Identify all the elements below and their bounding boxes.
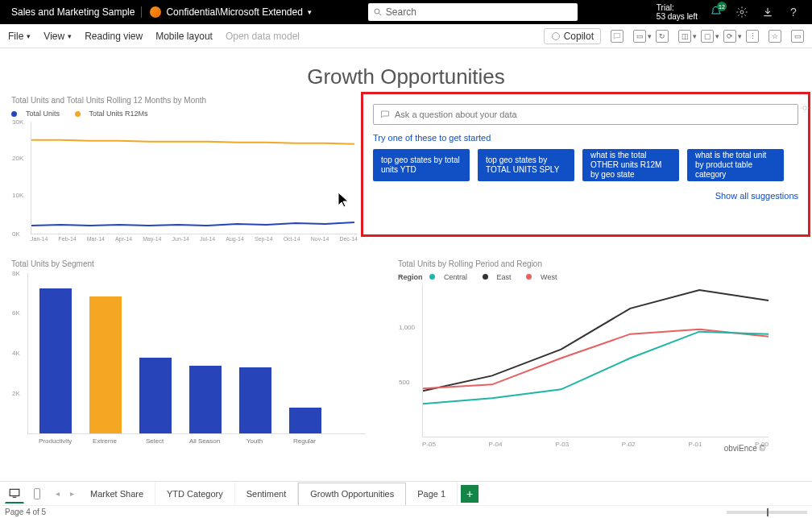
tab-growth-opportunities[interactable]: Growth Opportunities bbox=[298, 483, 406, 505]
mobile-layout-button[interactable]: Mobile layout bbox=[155, 31, 213, 42]
svg-point-0 bbox=[375, 9, 379, 14]
bookmark-icon[interactable]: ◫▾ bbox=[678, 30, 691, 43]
chart3-title: Total Units by Rolling Period and Region bbox=[398, 259, 768, 268]
chart3-legend: Region Central East West bbox=[398, 273, 768, 282]
chart1-legend: Total Units Total Units R12Ms bbox=[11, 110, 358, 118]
sensitivity-scope[interactable]: Confidential\Microsoft Extended ▾ bbox=[142, 6, 319, 18]
svg-point-3 bbox=[552, 32, 559, 39]
qa-suggestion[interactable]: what is the total unit by product table … bbox=[687, 149, 784, 181]
qa-suggestion[interactable]: what is the total OTHER units R12M by ge… bbox=[582, 149, 679, 181]
scope-label: Confidential\Microsoft Extended bbox=[166, 6, 302, 18]
notifications-icon[interactable]: 12 bbox=[709, 5, 723, 19]
report-title: Sales and Marketing Sample bbox=[6, 6, 142, 18]
chart2-plot: 8K 6K 4K 2K bbox=[27, 273, 366, 434]
favorite-icon[interactable]: ☆ bbox=[768, 30, 781, 43]
qa-visual[interactable]: Ask a question about your data Try one o… bbox=[361, 92, 810, 237]
view-icon[interactable]: ▢▾ bbox=[701, 30, 714, 43]
share-icon[interactable]: ⋮ bbox=[746, 30, 759, 43]
qa-settings-icon[interactable] bbox=[799, 102, 810, 114]
tab-page-1[interactable]: Page 1 bbox=[406, 483, 458, 505]
qa-try-label: Try one of these to get started bbox=[373, 133, 798, 143]
app-header: Sales and Marketing Sample Confidential\… bbox=[0, 0, 812, 24]
copilot-button[interactable]: Copilot bbox=[544, 28, 601, 44]
tab-market-share[interactable]: Market Share bbox=[79, 483, 155, 505]
export-icon[interactable]: ▭ bbox=[791, 30, 804, 43]
ribbon-toolbar: File▾ View▾ Reading view Mobile layout O… bbox=[0, 24, 812, 48]
chat-bubble-icon bbox=[380, 110, 390, 119]
help-icon[interactable]: ? bbox=[786, 5, 801, 19]
mobile-layout-icon[interactable] bbox=[27, 484, 47, 503]
chart3-plot: 1,000 500 bbox=[422, 284, 768, 437]
report-canvas: Growth Opportunities Total Units and Tot… bbox=[0, 48, 812, 486]
status-bar: Page 4 of 5 bbox=[0, 505, 812, 518]
open-data-model-button: Open data model bbox=[226, 31, 300, 42]
screen-icon[interactable]: ▭▾ bbox=[633, 30, 646, 43]
svg-line-1 bbox=[379, 14, 381, 16]
chart3-xaxis: P-05P-04P-03P-02P-01P-00 bbox=[422, 441, 768, 448]
search-icon bbox=[373, 7, 383, 17]
tab-sentiment[interactable]: Sentiment bbox=[235, 483, 299, 505]
file-menu[interactable]: File▾ bbox=[8, 31, 31, 42]
search-placeholder: Search bbox=[386, 6, 416, 18]
svg-rect-5 bbox=[10, 489, 19, 495]
chart-total-units-months[interactable]: Total Units and Total Units Rolling 12 M… bbox=[11, 96, 358, 242]
view-menu[interactable]: View▾ bbox=[44, 31, 72, 42]
svg-point-2 bbox=[740, 10, 744, 14]
desktop-layout-icon[interactable] bbox=[5, 484, 24, 503]
search-input[interactable]: Search bbox=[368, 3, 578, 21]
tab-next-icon[interactable]: ▸ bbox=[64, 489, 79, 498]
tab-ytd-category[interactable]: YTD Category bbox=[155, 483, 235, 505]
chart-units-by-region[interactable]: Total Units by Rolling Period and Region… bbox=[398, 259, 768, 449]
chart1-plot: 30K 20K 10K 0K bbox=[31, 122, 358, 234]
chart2-title: Total Units by Segment bbox=[11, 259, 366, 268]
page-title: Growth Opportunities bbox=[11, 64, 801, 89]
qa-suggestion[interactable]: top geo states by TOTAL UNITS SPLY bbox=[478, 149, 574, 181]
chart1-xaxis: Jan-14Feb-14Mar-14Apr-14May-14Jun-14Jul-… bbox=[31, 236, 358, 242]
download-icon[interactable] bbox=[760, 5, 775, 19]
notif-badge: 12 bbox=[717, 2, 727, 11]
qa-placeholder: Ask a question about your data bbox=[395, 110, 517, 119]
reset-icon[interactable]: ↻ bbox=[656, 30, 669, 43]
watermark: obviEnce © bbox=[724, 444, 765, 453]
add-page-button[interactable]: + bbox=[461, 485, 478, 503]
chat-icon[interactable] bbox=[611, 30, 624, 43]
reading-view-button[interactable]: Reading view bbox=[85, 31, 143, 42]
zoom-slider[interactable] bbox=[727, 511, 807, 514]
qa-suggestion[interactable]: top geo states by total units YTD bbox=[373, 149, 470, 181]
chevron-down-icon: ▾ bbox=[308, 8, 312, 16]
qa-show-all-link[interactable]: Show all suggestions bbox=[373, 191, 798, 201]
page-indicator: Page 4 of 5 bbox=[5, 508, 46, 516]
copilot-icon bbox=[551, 31, 561, 41]
chart1-title: Total Units and Total Units Rolling 12 M… bbox=[11, 96, 358, 105]
page-tabs-bar: ◂ ▸ Market Share YTD Category Sentiment … bbox=[0, 481, 812, 505]
chart-units-by-segment[interactable]: Total Units by Segment 8K 6K 4K 2K Produ… bbox=[11, 259, 366, 449]
settings-icon[interactable] bbox=[735, 5, 749, 19]
chart2-xaxis: ProductivityExtremeSelectAll SeasonYouth… bbox=[27, 437, 366, 445]
tab-prev-icon[interactable]: ◂ bbox=[50, 489, 64, 498]
sensitivity-icon bbox=[150, 6, 161, 18]
svg-rect-7 bbox=[35, 488, 40, 499]
refresh-data-icon[interactable]: ⟳▾ bbox=[723, 30, 736, 43]
svg-point-4 bbox=[803, 106, 807, 110]
trial-status[interactable]: Trial: 53 days left bbox=[657, 3, 698, 21]
qa-input[interactable]: Ask a question about your data bbox=[373, 104, 798, 125]
